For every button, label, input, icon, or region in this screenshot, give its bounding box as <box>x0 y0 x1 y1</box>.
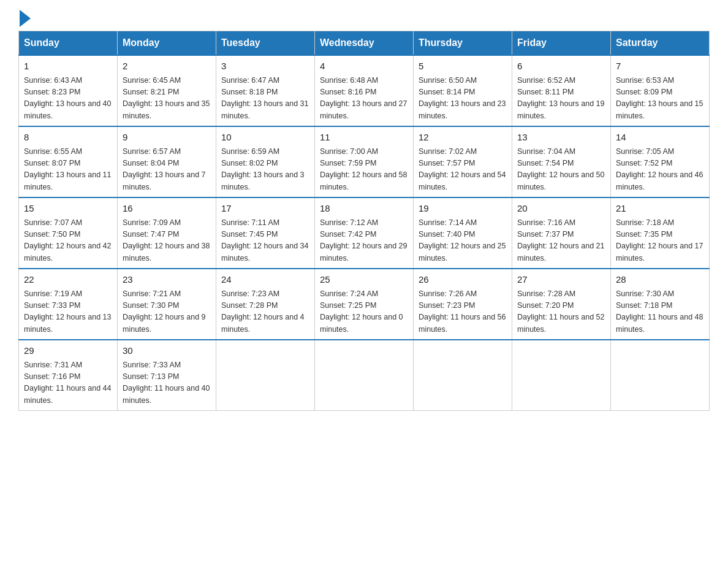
day-number: 22 <box>24 273 112 287</box>
day-info: Sunrise: 7:09 AMSunset: 7:47 PMDaylight:… <box>123 217 211 265</box>
page-header <box>18 12 710 25</box>
day-info: Sunrise: 7:11 AMSunset: 7:45 PMDaylight:… <box>221 217 309 265</box>
day-number: 28 <box>616 273 704 287</box>
day-number: 18 <box>320 202 408 216</box>
day-number: 26 <box>419 273 507 287</box>
weekday-header: Sunday <box>19 31 118 56</box>
weekday-header: Tuesday <box>216 31 315 56</box>
calendar-cell: 5Sunrise: 6:50 AMSunset: 8:14 PMDaylight… <box>414 55 512 126</box>
week-row: 29Sunrise: 7:31 AMSunset: 7:16 PMDayligh… <box>19 340 710 411</box>
calendar-cell: 2Sunrise: 6:45 AMSunset: 8:21 PMDaylight… <box>118 55 216 126</box>
week-row: 1Sunrise: 6:43 AMSunset: 8:23 PMDaylight… <box>19 55 710 126</box>
calendar-cell <box>315 340 414 411</box>
day-number: 10 <box>221 131 309 145</box>
calendar-cell: 25Sunrise: 7:24 AMSunset: 7:25 PMDayligh… <box>315 269 414 340</box>
calendar-cell: 21Sunrise: 7:18 AMSunset: 7:35 PMDayligh… <box>611 197 710 269</box>
weekday-header: Saturday <box>611 31 710 56</box>
logo <box>18 12 31 25</box>
day-number: 23 <box>123 273 211 287</box>
day-info: Sunrise: 7:24 AMSunset: 7:25 PMDaylight:… <box>320 288 408 336</box>
day-info: Sunrise: 6:50 AMSunset: 8:14 PMDaylight:… <box>419 75 507 123</box>
day-number: 20 <box>517 202 605 216</box>
day-number: 17 <box>221 202 309 216</box>
day-number: 13 <box>517 131 605 145</box>
day-number: 12 <box>419 131 507 145</box>
day-number: 24 <box>221 273 309 287</box>
calendar-cell: 29Sunrise: 7:31 AMSunset: 7:16 PMDayligh… <box>19 340 118 411</box>
day-info: Sunrise: 7:14 AMSunset: 7:40 PMDaylight:… <box>419 217 507 265</box>
day-info: Sunrise: 6:43 AMSunset: 8:23 PMDaylight:… <box>24 75 112 123</box>
weekday-header-row: SundayMondayTuesdayWednesdayThursdayFrid… <box>19 31 710 56</box>
day-number: 19 <box>419 202 507 216</box>
day-info: Sunrise: 7:07 AMSunset: 7:50 PMDaylight:… <box>24 217 112 265</box>
calendar-cell <box>216 340 315 411</box>
calendar-cell: 11Sunrise: 7:00 AMSunset: 7:59 PMDayligh… <box>315 126 414 197</box>
day-number: 27 <box>517 273 605 287</box>
day-number: 25 <box>320 273 408 287</box>
calendar-cell: 6Sunrise: 6:52 AMSunset: 8:11 PMDaylight… <box>512 55 611 126</box>
day-info: Sunrise: 7:33 AMSunset: 7:13 PMDaylight:… <box>123 359 211 407</box>
calendar-cell: 28Sunrise: 7:30 AMSunset: 7:18 PMDayligh… <box>611 269 710 340</box>
logo-arrow-icon <box>20 10 31 27</box>
day-info: Sunrise: 6:52 AMSunset: 8:11 PMDaylight:… <box>517 75 605 123</box>
week-row: 22Sunrise: 7:19 AMSunset: 7:33 PMDayligh… <box>19 269 710 340</box>
calendar-cell: 3Sunrise: 6:47 AMSunset: 8:18 PMDaylight… <box>216 55 315 126</box>
day-info: Sunrise: 7:26 AMSunset: 7:23 PMDaylight:… <box>419 288 507 336</box>
calendar-cell: 16Sunrise: 7:09 AMSunset: 7:47 PMDayligh… <box>118 197 216 269</box>
day-info: Sunrise: 7:00 AMSunset: 7:59 PMDaylight:… <box>320 146 408 194</box>
calendar-cell: 4Sunrise: 6:48 AMSunset: 8:16 PMDaylight… <box>315 55 414 126</box>
calendar-cell: 14Sunrise: 7:05 AMSunset: 7:52 PMDayligh… <box>611 126 710 197</box>
day-number: 2 <box>123 59 211 74</box>
day-info: Sunrise: 7:19 AMSunset: 7:33 PMDaylight:… <box>24 288 112 336</box>
day-info: Sunrise: 6:47 AMSunset: 8:18 PMDaylight:… <box>221 75 309 123</box>
calendar-cell: 17Sunrise: 7:11 AMSunset: 7:45 PMDayligh… <box>216 197 315 269</box>
day-number: 3 <box>221 59 309 74</box>
day-info: Sunrise: 7:16 AMSunset: 7:37 PMDaylight:… <box>517 217 605 265</box>
day-number: 5 <box>419 59 507 74</box>
week-row: 15Sunrise: 7:07 AMSunset: 7:50 PMDayligh… <box>19 197 710 269</box>
calendar-cell: 23Sunrise: 7:21 AMSunset: 7:30 PMDayligh… <box>118 269 216 340</box>
calendar-cell: 19Sunrise: 7:14 AMSunset: 7:40 PMDayligh… <box>414 197 512 269</box>
weekday-header: Thursday <box>414 31 512 56</box>
day-info: Sunrise: 6:48 AMSunset: 8:16 PMDaylight:… <box>320 75 408 123</box>
day-info: Sunrise: 6:55 AMSunset: 8:07 PMDaylight:… <box>24 146 112 194</box>
calendar-cell <box>611 340 710 411</box>
day-info: Sunrise: 7:30 AMSunset: 7:18 PMDaylight:… <box>616 288 704 336</box>
day-info: Sunrise: 6:57 AMSunset: 8:04 PMDaylight:… <box>123 146 211 194</box>
calendar-cell: 1Sunrise: 6:43 AMSunset: 8:23 PMDaylight… <box>19 55 118 126</box>
day-number: 4 <box>320 59 408 74</box>
day-number: 30 <box>123 344 211 358</box>
calendar-cell: 18Sunrise: 7:12 AMSunset: 7:42 PMDayligh… <box>315 197 414 269</box>
day-number: 7 <box>616 59 704 74</box>
day-info: Sunrise: 7:18 AMSunset: 7:35 PMDaylight:… <box>616 217 704 265</box>
calendar-cell: 12Sunrise: 7:02 AMSunset: 7:57 PMDayligh… <box>414 126 512 197</box>
calendar-cell: 9Sunrise: 6:57 AMSunset: 8:04 PMDaylight… <box>118 126 216 197</box>
day-number: 9 <box>123 131 211 145</box>
weekday-header: Friday <box>512 31 611 56</box>
day-info: Sunrise: 7:21 AMSunset: 7:30 PMDaylight:… <box>123 288 211 336</box>
day-info: Sunrise: 7:23 AMSunset: 7:28 PMDaylight:… <box>221 288 309 336</box>
calendar-cell: 30Sunrise: 7:33 AMSunset: 7:13 PMDayligh… <box>118 340 216 411</box>
day-info: Sunrise: 7:04 AMSunset: 7:54 PMDaylight:… <box>517 146 605 194</box>
day-info: Sunrise: 7:28 AMSunset: 7:20 PMDaylight:… <box>517 288 605 336</box>
calendar-cell: 20Sunrise: 7:16 AMSunset: 7:37 PMDayligh… <box>512 197 611 269</box>
day-info: Sunrise: 7:02 AMSunset: 7:57 PMDaylight:… <box>419 146 507 194</box>
day-number: 29 <box>24 344 112 358</box>
calendar-cell: 26Sunrise: 7:26 AMSunset: 7:23 PMDayligh… <box>414 269 512 340</box>
day-info: Sunrise: 7:12 AMSunset: 7:42 PMDaylight:… <box>320 217 408 265</box>
day-number: 15 <box>24 202 112 216</box>
calendar-cell: 10Sunrise: 6:59 AMSunset: 8:02 PMDayligh… <box>216 126 315 197</box>
weekday-header: Monday <box>118 31 216 56</box>
day-info: Sunrise: 6:53 AMSunset: 8:09 PMDaylight:… <box>616 75 704 123</box>
day-info: Sunrise: 6:59 AMSunset: 8:02 PMDaylight:… <box>221 146 309 194</box>
calendar-cell: 24Sunrise: 7:23 AMSunset: 7:28 PMDayligh… <box>216 269 315 340</box>
week-row: 8Sunrise: 6:55 AMSunset: 8:07 PMDaylight… <box>19 126 710 197</box>
day-number: 6 <box>517 59 605 74</box>
day-number: 8 <box>24 131 112 145</box>
day-number: 1 <box>24 59 112 74</box>
calendar-cell: 27Sunrise: 7:28 AMSunset: 7:20 PMDayligh… <box>512 269 611 340</box>
calendar-cell: 13Sunrise: 7:04 AMSunset: 7:54 PMDayligh… <box>512 126 611 197</box>
day-number: 16 <box>123 202 211 216</box>
calendar-cell: 15Sunrise: 7:07 AMSunset: 7:50 PMDayligh… <box>19 197 118 269</box>
day-number: 11 <box>320 131 408 145</box>
